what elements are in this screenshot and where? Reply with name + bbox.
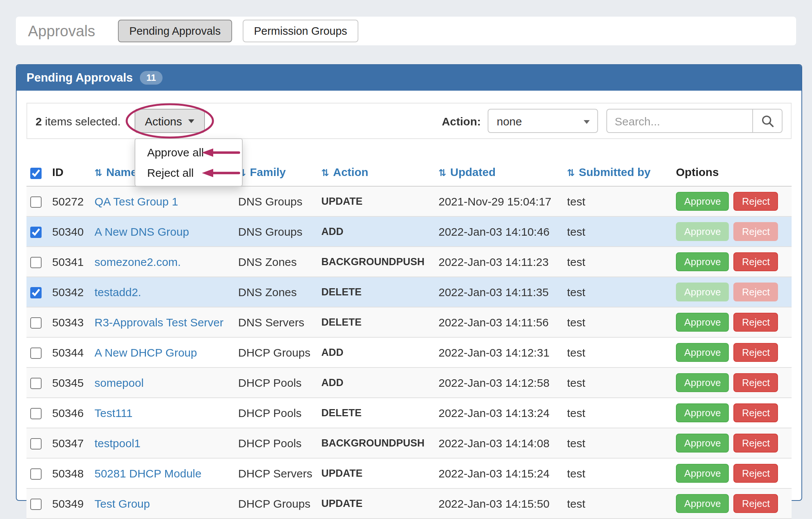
- row-checkbox[interactable]: [30, 196, 42, 208]
- row-checkbox[interactable]: [30, 408, 42, 419]
- reject-button[interactable]: Reject: [734, 252, 778, 271]
- row-checkbox[interactable]: [30, 438, 42, 449]
- annotation-arrow-approve-all: [199, 146, 240, 158]
- cell-action: ADD: [315, 367, 432, 397]
- row-checkbox[interactable]: [30, 257, 42, 268]
- cell-action: DELETE: [315, 397, 432, 428]
- cell-updated: 2021-Nov-29 15:04:17: [432, 186, 561, 216]
- select-all-checkbox[interactable]: [30, 167, 42, 179]
- approve-button[interactable]: Approve: [676, 433, 729, 452]
- cell-action: BACKGROUNDPUSH: [315, 246, 432, 276]
- actions-dropdown-button[interactable]: Actions: [134, 109, 205, 133]
- actions-dropdown-menu: Approve all Reject all: [134, 138, 242, 187]
- cell-id: 50340: [46, 216, 88, 246]
- cell-action: UPDATE: [315, 186, 432, 216]
- cell-action: UPDATE: [315, 488, 432, 518]
- cell-id: 50341: [46, 246, 88, 276]
- pending-approvals-panel: Pending Approvals 11 2 items selected. A…: [16, 64, 802, 501]
- action-select-label: Action:: [442, 114, 481, 127]
- row-checkbox[interactable]: [30, 348, 42, 359]
- cell-family: DNS Groups: [232, 216, 315, 246]
- panel-body: 2 items selected. Actions A: [17, 91, 801, 519]
- row-checkbox[interactable]: [30, 317, 42, 329]
- reject-button: Reject: [734, 282, 778, 301]
- approve-button[interactable]: Approve: [676, 463, 729, 482]
- cell-family: DNS Servers: [232, 307, 315, 337]
- column-header-submitted-by[interactable]: ⇅Submitted by: [561, 163, 670, 186]
- row-name-link[interactable]: QA Test Group 1: [95, 195, 178, 207]
- table-row: 50272 QA Test Group 1 DNS Groups UPDATE …: [26, 186, 792, 216]
- reject-button[interactable]: Reject: [734, 373, 778, 392]
- reject-button[interactable]: Reject: [734, 343, 778, 361]
- row-name-link[interactable]: R3-Approvals Test Server: [95, 315, 223, 328]
- search-button[interactable]: [752, 109, 783, 133]
- row-checkbox[interactable]: [30, 227, 42, 238]
- cell-id: 50272: [46, 186, 88, 216]
- cell-id: 50347: [46, 428, 88, 458]
- approve-button[interactable]: Approve: [676, 343, 729, 361]
- row-checkbox[interactable]: [30, 499, 42, 510]
- row-name-link[interactable]: somepool: [95, 376, 144, 389]
- cell-action: DELETE: [315, 307, 432, 337]
- row-checkbox[interactable]: [30, 287, 42, 298]
- table-row: 50341 somezone2.com. DNS Zones BACKGROUN…: [26, 246, 792, 276]
- reject-button[interactable]: Reject: [734, 403, 778, 422]
- menu-item-reject-all[interactable]: Reject all: [135, 162, 242, 183]
- row-name-link[interactable]: A New DNS Group: [95, 225, 189, 238]
- cell-updated: 2022-Jan-03 14:12:31: [432, 337, 561, 367]
- row-checkbox[interactable]: [30, 378, 42, 389]
- approve-button[interactable]: Approve: [676, 252, 729, 271]
- reject-button[interactable]: Reject: [734, 433, 778, 452]
- row-name-link[interactable]: A New DHCP Group: [95, 346, 197, 358]
- search-input[interactable]: [606, 109, 752, 133]
- cell-action: ADD: [315, 337, 432, 367]
- tab-permission-groups[interactable]: Permission Groups: [243, 20, 359, 42]
- approve-button[interactable]: Approve: [676, 192, 729, 210]
- row-checkbox[interactable]: [30, 468, 42, 480]
- row-name-link[interactable]: Test111: [95, 406, 133, 419]
- column-header-id: ID: [46, 163, 88, 186]
- cell-updated: 2022-Jan-03 14:11:23: [432, 246, 561, 276]
- cell-updated: 2022-Jan-03 14:15:24: [432, 458, 561, 488]
- reject-button: Reject: [734, 222, 778, 241]
- cell-submitted-by: test: [561, 216, 670, 246]
- cell-submitted-by: test: [561, 428, 670, 458]
- top-bar: Approvals Pending Approvals Permission G…: [16, 17, 796, 45]
- menu-item-approve-all[interactable]: Approve all: [135, 142, 242, 162]
- table-row: 50348 50281 DHCP Module DHCP Servers UPD…: [26, 458, 792, 488]
- cell-action: UPDATE: [315, 458, 432, 488]
- column-header-family[interactable]: ⇅Family: [232, 163, 315, 186]
- table-row: 50343 R3-Approvals Test Server DNS Serve…: [26, 307, 792, 337]
- approve-button[interactable]: Approve: [676, 494, 729, 513]
- approve-button[interactable]: Approve: [676, 312, 729, 331]
- column-header-action[interactable]: ⇅Action: [315, 163, 432, 186]
- cell-id: 50348: [46, 458, 88, 488]
- column-header-updated[interactable]: ⇅Updated: [432, 163, 561, 186]
- sort-icon: ⇅: [321, 167, 329, 179]
- table-row: 50344 A New DHCP Group DHCP Groups ADD 2…: [26, 337, 792, 367]
- approve-button[interactable]: Approve: [676, 373, 729, 392]
- cell-id: 50346: [46, 397, 88, 428]
- reject-button[interactable]: Reject: [734, 494, 778, 513]
- count-badge: 11: [139, 71, 163, 85]
- tab-pending-approvals[interactable]: Pending Approvals: [118, 20, 232, 42]
- row-name-link[interactable]: testadd2.: [95, 285, 141, 298]
- actions-dropdown: Actions Approve all: [134, 109, 205, 133]
- cell-id: 50349: [46, 488, 88, 518]
- cell-id: 50342: [46, 276, 88, 307]
- approve-button[interactable]: Approve: [676, 403, 729, 422]
- app-root: Approvals Pending Approvals Permission G…: [0, 0, 812, 519]
- column-header-options: Options: [670, 163, 792, 186]
- cell-family: DNS Zones: [232, 246, 315, 276]
- reject-button[interactable]: Reject: [734, 463, 778, 482]
- row-name-link[interactable]: Test Group: [95, 497, 150, 510]
- row-name-link[interactable]: somezone2.com.: [95, 255, 181, 268]
- cell-family: DHCP Pools: [232, 428, 315, 458]
- reject-button[interactable]: Reject: [734, 312, 778, 331]
- row-name-link[interactable]: testpool1: [95, 436, 141, 449]
- reject-button[interactable]: Reject: [734, 192, 778, 210]
- cell-submitted-by: test: [561, 458, 670, 488]
- cell-submitted-by: test: [561, 367, 670, 397]
- action-select[interactable]: none: [488, 109, 598, 133]
- row-name-link[interactable]: 50281 DHCP Module: [95, 466, 201, 479]
